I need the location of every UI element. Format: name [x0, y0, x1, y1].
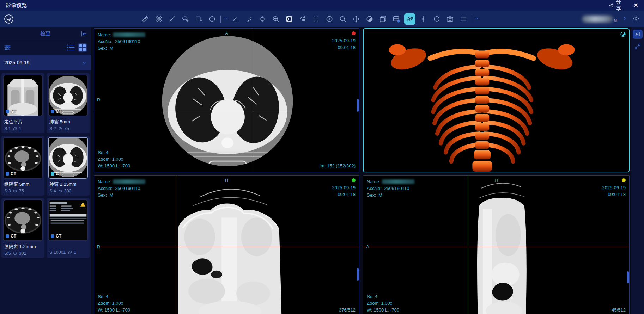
- angle-tool-button[interactable]: [230, 13, 241, 25]
- tool-separator: [220, 16, 221, 23]
- share-button[interactable]: 分享: [609, 0, 621, 12]
- viewport-sagittal[interactable]: H A Name: AccNo: 2509190110 Sex: M 2025-…: [363, 175, 630, 314]
- stack-layers-tool-button[interactable]: [377, 13, 389, 25]
- next-patient-chevron-icon[interactable]: [622, 16, 627, 23]
- image-count: 75: [19, 189, 24, 193]
- patient-name-redacted: [113, 32, 145, 37]
- viewer-logo-icon: [4, 14, 14, 24]
- series-thumbnail[interactable]: CT 定位平片 S:1 1: [1, 73, 44, 133]
- list-more-chevron-icon[interactable]: [474, 16, 479, 22]
- rect-roi-tool-button[interactable]: [193, 13, 205, 25]
- circle-roi-tool-button[interactable]: [207, 13, 218, 25]
- ellipse-roi-tool-button[interactable]: [180, 13, 191, 25]
- patient-selector[interactable]: M: [582, 16, 617, 23]
- study-date-group[interactable]: 2025-09-19: [0, 55, 91, 70]
- layout-grid-settings-tool-button[interactable]: [391, 13, 402, 25]
- study-datetime-overlay: 2025-09-19 09:01:18: [602, 178, 626, 198]
- series-thumbnail-selected[interactable]: CT 肺窗 1.25mm S:4 302: [47, 136, 90, 196]
- pan-tool-button[interactable]: [351, 13, 362, 25]
- image-count: 302: [19, 251, 26, 256]
- viewport-coronal[interactable]: H R Name: AccNo: 2509190110 Sex: M 2025-…: [94, 175, 359, 314]
- volume-render-image: [364, 29, 629, 172]
- series-name: [49, 244, 87, 249]
- magnify-tool-button[interactable]: [270, 13, 281, 25]
- patient-badge: M: [614, 19, 617, 23]
- spine-curve-tool-button[interactable]: [243, 13, 255, 25]
- orientation-label-left: R: [97, 244, 100, 250]
- rotate-3d-tool-button[interactable]: [404, 13, 415, 25]
- modality-color-square: [51, 172, 54, 176]
- settings-gear-icon[interactable]: [632, 15, 640, 24]
- modality-badge: CT: [6, 171, 16, 176]
- filter-sliders-icon[interactable]: [4, 44, 11, 51]
- roi-more-chevron-icon[interactable]: [223, 16, 228, 22]
- series-meta: S:4 302: [49, 189, 88, 193]
- series-list-tool-button[interactable]: [458, 13, 469, 25]
- invert-tool-button[interactable]: [364, 13, 375, 25]
- study-datetime-overlay: 2025-09-19 09:01:18: [332, 31, 356, 51]
- series-number: S:4: [49, 189, 56, 193]
- grid-view-button[interactable]: [78, 43, 87, 52]
- series-name: 纵隔窗 5mm: [4, 181, 42, 187]
- invert-icon[interactable]: [620, 31, 626, 37]
- viewport-3d-volume[interactable]: [363, 28, 630, 172]
- stack-scrollbar-thumb[interactable]: [627, 271, 629, 283]
- reference-line-vertical[interactable]: [468, 176, 468, 314]
- search-tool-button[interactable]: [337, 13, 348, 25]
- patient-name-redacted: [382, 179, 414, 184]
- image-count: 1: [19, 126, 22, 131]
- collapse-sidebar-icon[interactable]: [80, 30, 87, 38]
- reset-tool-button[interactable]: [431, 13, 442, 25]
- stack-scrollbar-thumb[interactable]: [357, 268, 359, 281]
- modality-color-square: [6, 234, 9, 238]
- modality-color-square: [51, 234, 54, 238]
- chevron-down-icon: [81, 60, 87, 66]
- patient-info-overlay: Name: AccNo: 2509190110 Sex: M: [98, 178, 145, 198]
- arrow-annotation-tool-button[interactable]: [166, 13, 178, 25]
- thumbnail-image-axial-mediastinal: CT: [3, 199, 43, 241]
- rotate-tool-button[interactable]: [297, 13, 308, 25]
- series-meta: S:10001 1: [49, 250, 88, 255]
- series-thumbnail[interactable]: CT 纵隔窗 5mm S:3 75: [1, 136, 44, 196]
- share-label: 分享: [616, 0, 621, 12]
- snapshot-tool-button[interactable]: [444, 13, 456, 25]
- flip-horizontal-tool-button[interactable]: [310, 13, 322, 25]
- series-name: 纵隔窗 1.25mm: [4, 244, 42, 250]
- series-thumbnail[interactable]: CT S:10001 1: [47, 198, 90, 258]
- main-toolbar: M: [0, 11, 644, 27]
- cube-icon: [13, 251, 17, 256]
- study-date-label: 2025-09-19: [4, 60, 30, 66]
- series-thumbnail[interactable]: CT 纵隔窗 1.25mm S:5 302: [1, 198, 44, 258]
- series-name: 肺窗 1.25mm: [49, 181, 87, 187]
- ruler-tool-button[interactable]: [140, 13, 151, 25]
- orientation-label-top: A: [225, 31, 228, 36]
- status-dot: [622, 178, 626, 182]
- viewport-axial[interactable]: A R Name: AccNo: 2509190110 Sex: M 2025-…: [94, 28, 359, 172]
- study-datetime-overlay: 2025-09-19 09:01:18: [332, 178, 356, 198]
- series-link-icon[interactable]: [634, 43, 641, 50]
- reference-line-horizontal[interactable]: [363, 247, 629, 247]
- stack-scrollbar-thumb[interactable]: [357, 99, 359, 112]
- list-view-button[interactable]: [66, 43, 75, 52]
- series-meta: S:3 75: [4, 189, 43, 193]
- series-number: S:2: [49, 126, 56, 131]
- close-button[interactable]: ✕: [633, 2, 638, 8]
- reference-line-horizontal[interactable]: [94, 247, 359, 247]
- image-index-overlay: 45/512: [612, 307, 626, 313]
- thumbnail-image-axial-lung: CT: [48, 75, 88, 116]
- reference-line-tool-button[interactable]: [418, 13, 429, 25]
- toolbar-right-group: M: [582, 13, 640, 25]
- reference-line-vertical[interactable]: [254, 29, 254, 172]
- series-thumbnail[interactable]: CT 肺窗 5mm S:2 75: [47, 73, 90, 133]
- expand-right-panel-button[interactable]: [633, 30, 643, 39]
- image-count: 1: [74, 250, 77, 255]
- reference-line-vertical[interactable]: [176, 176, 176, 314]
- probe-target-tool-button[interactable]: [257, 13, 268, 25]
- window-level-tool-button[interactable]: [284, 13, 295, 25]
- image-count: 302: [64, 189, 72, 193]
- cine-play-tool-button[interactable]: [324, 13, 335, 25]
- status-dot: [352, 178, 356, 182]
- reference-line-horizontal[interactable]: [94, 112, 359, 112]
- series-number: S:10001: [49, 250, 66, 255]
- cross-rulers-tool-button[interactable]: [153, 13, 164, 25]
